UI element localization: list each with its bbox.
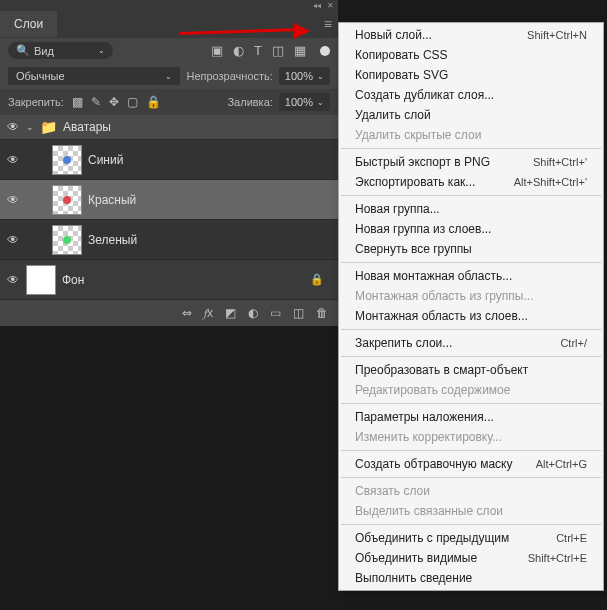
lock-artboard-icon[interactable]: ▢ bbox=[127, 95, 138, 109]
menu-separator bbox=[341, 403, 601, 404]
menu-item[interactable]: Новая группа из слоев... bbox=[339, 219, 603, 239]
layers-list: 👁 ⌄ 📁 Аватары 👁 Синий 👁 Красный 👁 Зелены… bbox=[0, 115, 338, 300]
lock-label: Закрепить: bbox=[8, 96, 64, 108]
lock-row: Закрепить: ▩ ✎ ✥ ▢ 🔒 Заливка: 100% ⌄ bbox=[0, 89, 338, 115]
menu-item[interactable]: Свернуть все группы bbox=[339, 239, 603, 259]
filter-row: 🔍 ⌄ ▣ ◐ T ◫ ▦ bbox=[0, 38, 338, 63]
layer-thumbnail[interactable] bbox=[26, 265, 56, 295]
blend-opacity-row: Обычные ⌄ Непрозрачность: 100% ⌄ bbox=[0, 63, 338, 89]
panel-top-controls: ◂◂ ✕ bbox=[0, 0, 338, 10]
opacity-input[interactable]: 100% ⌄ bbox=[279, 67, 330, 85]
lock-pixels-icon[interactable]: ✎ bbox=[91, 95, 101, 109]
menu-item-label: Закрепить слои... bbox=[355, 336, 452, 350]
filter-input[interactable] bbox=[34, 45, 94, 57]
menu-item-label: Новая группа... bbox=[355, 202, 440, 216]
menu-item[interactable]: Новая группа... bbox=[339, 199, 603, 219]
layer-name: Зеленый bbox=[88, 233, 137, 247]
menu-item[interactable]: Новая монтажная область... bbox=[339, 266, 603, 286]
layers-panel: ◂◂ ✕ Слои ≡ 🔍 ⌄ ▣ ◐ T ◫ ▦ Обычные ⌄ Непр… bbox=[0, 0, 338, 326]
layer-mask-icon[interactable]: ◩ bbox=[225, 306, 236, 320]
layer-style-icon[interactable]: 𝑓x bbox=[204, 306, 213, 320]
menu-separator bbox=[341, 524, 601, 525]
fill-input[interactable]: 100% ⌄ bbox=[279, 93, 330, 111]
layer-row[interactable]: 👁 Зеленый bbox=[0, 220, 338, 260]
folder-name: Аватары bbox=[63, 120, 111, 134]
blend-mode-value: Обычные bbox=[16, 70, 65, 82]
menu-item-shortcut: Shift+Ctrl+E bbox=[528, 552, 587, 564]
layer-row[interactable]: 👁 Синий bbox=[0, 140, 338, 180]
menu-item-label: Монтажная область из группы... bbox=[355, 289, 533, 303]
layer-row[interactable]: 👁 Красный bbox=[0, 180, 338, 220]
chevron-down-icon: ⌄ bbox=[317, 72, 324, 81]
menu-separator bbox=[341, 262, 601, 263]
menu-item[interactable]: Выполнить сведение bbox=[339, 568, 603, 588]
visibility-icon[interactable]: 👁 bbox=[6, 193, 20, 207]
layer-thumbnail[interactable] bbox=[52, 185, 82, 215]
menu-item: Изменить корректировку... bbox=[339, 427, 603, 447]
link-layers-icon[interactable]: ⇔ bbox=[182, 306, 192, 320]
panel-menu-icon[interactable]: ≡ bbox=[324, 16, 332, 32]
menu-item-label: Выделить связанные слои bbox=[355, 504, 503, 518]
fill-value: 100% bbox=[285, 96, 313, 108]
chevron-down-icon[interactable]: ⌄ bbox=[26, 122, 34, 132]
menu-item-label: Новый слой... bbox=[355, 28, 432, 42]
collapse-icon[interactable]: ◂◂ bbox=[313, 1, 321, 10]
menu-item[interactable]: Закрепить слои...Ctrl+/ bbox=[339, 333, 603, 353]
layer-name: Красный bbox=[88, 193, 136, 207]
menu-item[interactable]: Удалить слой bbox=[339, 105, 603, 125]
visibility-icon[interactable]: 👁 bbox=[6, 233, 20, 247]
layer-folder[interactable]: 👁 ⌄ 📁 Аватары bbox=[0, 115, 338, 140]
blend-mode-dropdown[interactable]: Обычные ⌄ bbox=[8, 67, 180, 85]
filter-shape-icon[interactable]: ◫ bbox=[272, 43, 284, 58]
layer-thumbnail[interactable] bbox=[52, 225, 82, 255]
menu-item[interactable]: Экспортировать как...Alt+Shift+Ctrl+' bbox=[339, 172, 603, 192]
visibility-icon[interactable]: 👁 bbox=[6, 273, 20, 287]
menu-item-label: Объединить видимые bbox=[355, 551, 477, 565]
opacity-value: 100% bbox=[285, 70, 313, 82]
lock-position-icon[interactable]: ✥ bbox=[109, 95, 119, 109]
menu-separator bbox=[341, 477, 601, 478]
menu-item[interactable]: Объединить видимыеShift+Ctrl+E bbox=[339, 548, 603, 568]
search-icon: 🔍 bbox=[16, 44, 30, 57]
new-group-icon[interactable]: ▭ bbox=[270, 306, 281, 320]
menu-item[interactable]: Монтажная область из слоев... bbox=[339, 306, 603, 326]
menu-item[interactable]: Новый слой...Shift+Ctrl+N bbox=[339, 25, 603, 45]
chevron-down-icon: ⌄ bbox=[98, 46, 105, 55]
layer-filter-dropdown[interactable]: 🔍 ⌄ bbox=[8, 42, 113, 59]
menu-item-label: Объединить с предыдущим bbox=[355, 531, 509, 545]
menu-item-label: Новая монтажная область... bbox=[355, 269, 512, 283]
menu-item[interactable]: Копировать CSS bbox=[339, 45, 603, 65]
layer-row[interactable]: 👁 Фон 🔒 bbox=[0, 260, 338, 300]
menu-item: Монтажная область из группы... bbox=[339, 286, 603, 306]
lock-icon[interactable]: 🔒 bbox=[310, 273, 324, 286]
menu-item: Редактировать содержимое bbox=[339, 380, 603, 400]
filter-pixel-icon[interactable]: ▣ bbox=[211, 43, 223, 58]
adjustment-layer-icon[interactable]: ◐ bbox=[248, 306, 258, 320]
menu-item[interactable]: Создать дубликат слоя... bbox=[339, 85, 603, 105]
layer-thumbnail[interactable] bbox=[52, 145, 82, 175]
menu-item[interactable]: Создать обтравочную маскуAlt+Ctrl+G bbox=[339, 454, 603, 474]
filter-toggle[interactable] bbox=[320, 46, 330, 56]
filter-smart-icon[interactable]: ▦ bbox=[294, 43, 306, 58]
layers-tab[interactable]: Слои bbox=[0, 11, 57, 37]
filter-type-icon[interactable]: T bbox=[254, 43, 262, 58]
menu-separator bbox=[341, 356, 601, 357]
menu-item[interactable]: Копировать SVG bbox=[339, 65, 603, 85]
menu-separator bbox=[341, 195, 601, 196]
menu-item[interactable]: Преобразовать в смарт-объект bbox=[339, 360, 603, 380]
delete-layer-icon[interactable]: 🗑 bbox=[316, 306, 328, 320]
close-icon[interactable]: ✕ bbox=[327, 1, 334, 10]
visibility-icon[interactable]: 👁 bbox=[6, 120, 20, 134]
menu-item-label: Параметры наложения... bbox=[355, 410, 494, 424]
new-layer-icon[interactable]: ◫ bbox=[293, 306, 304, 320]
visibility-icon[interactable]: 👁 bbox=[6, 153, 20, 167]
menu-item-label: Изменить корректировку... bbox=[355, 430, 502, 444]
menu-item[interactable]: Параметры наложения... bbox=[339, 407, 603, 427]
lock-transparency-icon[interactable]: ▩ bbox=[72, 95, 83, 109]
layers-context-menu: Новый слой...Shift+Ctrl+NКопировать CSSК… bbox=[338, 22, 604, 591]
menu-item[interactable]: Быстрый экспорт в PNGShift+Ctrl+' bbox=[339, 152, 603, 172]
menu-item-shortcut: Shift+Ctrl+' bbox=[533, 156, 587, 168]
menu-item[interactable]: Объединить с предыдущимCtrl+E bbox=[339, 528, 603, 548]
filter-adjustment-icon[interactable]: ◐ bbox=[233, 43, 244, 58]
lock-all-icon[interactable]: 🔒 bbox=[146, 95, 161, 109]
